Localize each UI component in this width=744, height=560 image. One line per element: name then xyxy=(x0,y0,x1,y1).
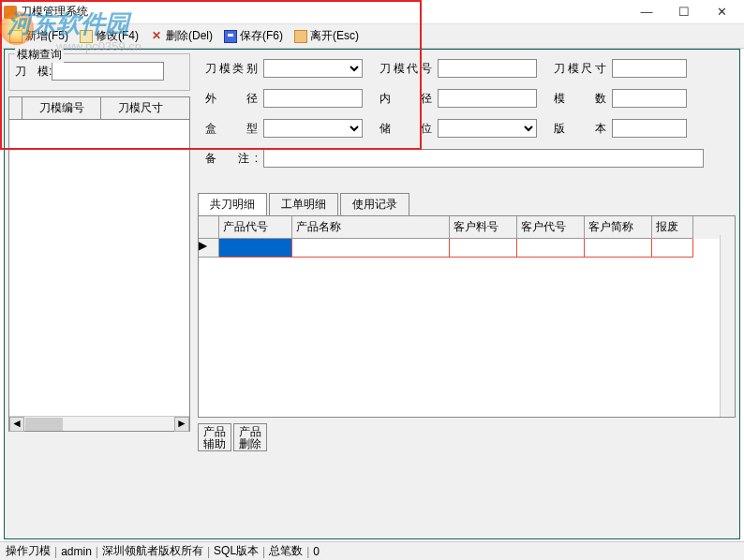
outer-label: 外 径 xyxy=(205,91,258,107)
remark-label: 备 注: xyxy=(205,151,258,167)
slot-label: 储 位 xyxy=(379,121,432,137)
product-assist-button[interactable]: 产品辅助 xyxy=(198,423,231,451)
code-label: 刀模代号 xyxy=(379,61,432,77)
detail-grid[interactable]: 产品代号 产品名称 客户料号 客户代号 客户简称 报废 ▶ xyxy=(198,215,736,418)
box-select[interactable] xyxy=(263,119,363,138)
type-label: 刀模类别 xyxy=(205,61,258,77)
minimize-button[interactable]: — xyxy=(628,2,665,22)
slot-select[interactable] xyxy=(438,119,537,138)
window-title: 刀模管理系统 xyxy=(21,4,628,20)
size-label: 刀模尺寸 xyxy=(554,61,606,77)
selected-cell[interactable] xyxy=(219,239,292,258)
query-input[interactable] xyxy=(52,62,164,81)
exit-icon xyxy=(294,30,307,43)
tab-workorder[interactable]: 工单明细 xyxy=(269,193,338,216)
type-select[interactable] xyxy=(263,59,363,78)
code-input[interactable] xyxy=(438,59,537,78)
titlebar: 刀模管理系统 — ☐ ✕ xyxy=(0,0,744,24)
row-selector[interactable]: ▶ xyxy=(199,239,219,258)
tab-share[interactable]: 共刀明细 xyxy=(198,193,267,216)
h-scrollbar[interactable]: ◄► xyxy=(9,416,189,431)
delete-button[interactable]: ✕删除(Del) xyxy=(146,27,216,45)
save-icon xyxy=(224,30,237,43)
save-button[interactable]: 保存(F6) xyxy=(220,27,287,45)
close-button[interactable]: ✕ xyxy=(703,2,740,22)
version-input[interactable] xyxy=(612,119,687,138)
edit-icon xyxy=(80,30,93,43)
v-scrollbar[interactable] xyxy=(720,235,735,417)
tabs: 共刀明细 工单明细 使用记录 xyxy=(198,192,736,216)
exit-button[interactable]: 离开(Esc) xyxy=(290,27,363,45)
product-delete-button[interactable]: 产品删除 xyxy=(233,423,267,451)
toolbar: 新增(F5) 修改(F4) ✕删除(Del) 保存(F6) 离开(Esc) xyxy=(0,24,744,49)
tab-usage[interactable]: 使用记录 xyxy=(340,193,409,216)
edit-button[interactable]: 修改(F4) xyxy=(76,27,142,45)
box-label: 盒 型 xyxy=(205,121,258,137)
statusbar: 操作刀模| admin| 深圳领航者版权所有| SQL版本| 总笔数| 0 xyxy=(0,541,744,560)
query-label: 刀 模: xyxy=(15,64,52,80)
delete-icon: ✕ xyxy=(150,30,163,43)
query-legend: 模糊查询 xyxy=(15,47,64,63)
outer-input[interactable] xyxy=(263,89,363,108)
count-input[interactable] xyxy=(612,89,687,108)
left-col1: 刀模编号 xyxy=(22,97,101,119)
count-label: 模 数 xyxy=(554,91,606,107)
version-label: 版 本 xyxy=(554,121,606,137)
left-col2: 刀模尺寸 xyxy=(101,97,180,119)
inner-label: 内 径 xyxy=(379,91,432,107)
left-grid[interactable]: 刀模编号 刀模尺寸 ◄► xyxy=(8,96,190,432)
query-group: 模糊查询 刀 模: xyxy=(8,53,190,91)
size-input[interactable] xyxy=(612,59,687,78)
inner-input[interactable] xyxy=(438,89,537,108)
maximize-button[interactable]: ☐ xyxy=(665,2,703,22)
remark-input[interactable] xyxy=(263,149,704,168)
